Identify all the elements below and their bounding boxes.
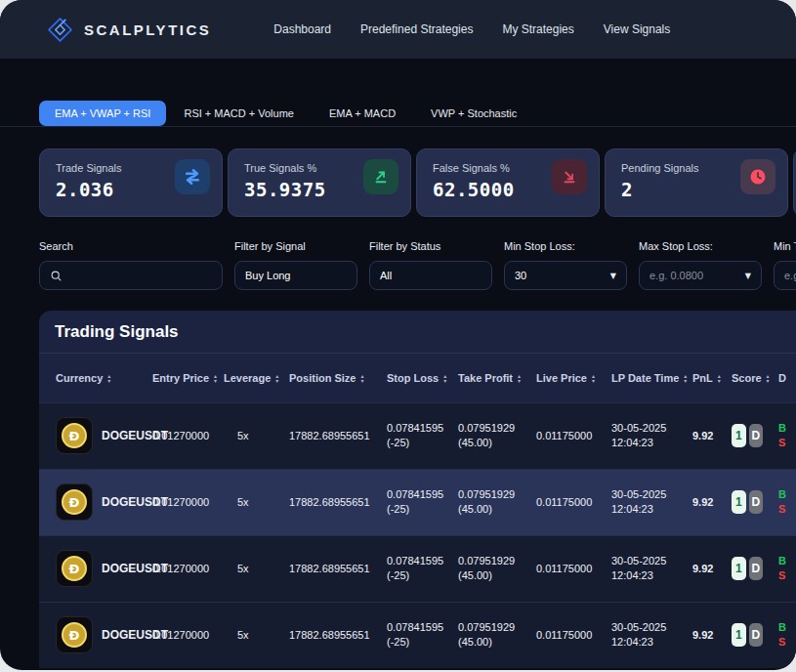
col-position-size[interactable]: Position Size▴▾: [281, 354, 379, 402]
table-row[interactable]: ĐDOGEUSDT 0.01270000 5x 17882.68955651 0…: [39, 535, 796, 602]
stat-card-true-signals: True Signals % 35.9375: [228, 148, 411, 217]
table-row[interactable]: ĐDOGEUSDT 0.01270000 5x 17882.68955651 0…: [39, 402, 796, 469]
signal-details: BS: [771, 469, 796, 535]
col-currency[interactable]: Currency▴▾: [39, 354, 145, 402]
filter-label: Min Stop Loss:: [504, 240, 627, 252]
filter-search: Search: [39, 240, 223, 290]
top-nav: SCALPLYTICS Dashboard Predefined Strateg…: [0, 0, 796, 59]
col-entry-price[interactable]: Entry Price▴▾: [145, 354, 216, 402]
nav-item-dashboard[interactable]: Dashboard: [273, 22, 331, 36]
nav-item-view-signals[interactable]: View Signals: [604, 22, 670, 36]
chevron-down-icon: ▼: [610, 272, 616, 280]
live-price: 0.01175000: [528, 469, 604, 535]
panel-title: Trading Signals: [39, 311, 796, 354]
table-header-row: Currency▴▾ Entry Price▴▾ Leverage▴▾ Posi…: [39, 354, 796, 402]
search-input[interactable]: [70, 270, 212, 281]
sort-icon: ▴▾: [767, 374, 770, 383]
take-profit: 0.07951929(45.00): [450, 469, 528, 535]
table-row[interactable]: ĐDOGEUSDT 0.01270000 5x 17882.68955651 0…: [39, 469, 796, 535]
col-lp-date-time[interactable]: LP Date Time▴▾: [604, 354, 685, 402]
nav-item-my-strategies[interactable]: My Strategies: [502, 22, 573, 36]
lp-date-time: 30-05-202512:04:23: [604, 402, 685, 469]
score-badge[interactable]: 1: [732, 424, 746, 447]
score: 1D: [724, 602, 771, 668]
filter-label: Filter by Status: [369, 240, 492, 252]
trading-signals-panel: Trading Signals Currency▴▾ Entry Price▴▾…: [39, 311, 796, 668]
col-pnl[interactable]: PnL▴▾: [685, 354, 724, 402]
sort-icon: ▴▾: [518, 374, 521, 383]
leverage: 5x: [216, 402, 281, 469]
col-score[interactable]: Score▴▾: [724, 354, 771, 402]
filter-label: Max Stop Loss:: [639, 240, 762, 252]
score-badge[interactable]: 1: [732, 490, 746, 514]
nav-item-predefined-strategies[interactable]: Predefined Strategies: [360, 22, 473, 36]
col-details[interactable]: D: [771, 354, 796, 402]
dogecoin-icon: Đ: [56, 417, 93, 454]
details-button[interactable]: D: [749, 490, 764, 514]
score: 1D: [724, 535, 771, 602]
signal-details: BS: [771, 402, 796, 469]
details-button[interactable]: D: [749, 623, 764, 647]
score-badge[interactable]: 1: [732, 557, 746, 580]
nav-links: Dashboard Predefined Strategies My Strat…: [273, 22, 670, 36]
app-window: SCALPLYTICS Dashboard Predefined Strateg…: [0, 0, 796, 670]
stop-loss: 0.07841595(-25): [379, 402, 450, 469]
filters-row: Search Filter by Signal Buy Long Filter …: [0, 240, 796, 290]
min-take-profit-placeholder: e.g.: [784, 270, 796, 281]
sort-icon: ▴▾: [360, 374, 363, 383]
logo-text: SCALPLYTICS: [84, 21, 211, 38]
leverage: 5x: [216, 469, 281, 535]
tab-rsi-macd-volume[interactable]: RSI + MACD + Volume: [166, 101, 312, 126]
stat-card-false-signals: False Signals % 62.5000: [416, 148, 600, 217]
tab-ema-vwap-rsi[interactable]: EMA + VWAP + RSI: [39, 101, 166, 126]
signal-select[interactable]: Buy Long: [234, 261, 357, 290]
position-size: 17882.68955651: [281, 535, 379, 602]
max-stop-loss-placeholder: e.g. 0.0800: [649, 270, 703, 281]
search-box[interactable]: [39, 261, 223, 290]
position-size: 17882.68955651: [281, 402, 379, 469]
col-live-price[interactable]: Live Price▴▾: [528, 354, 604, 402]
stop-loss: 0.07841595(-25): [379, 469, 450, 535]
filter-status: Filter by Status All: [369, 240, 492, 290]
take-profit: 0.07951929(45.00): [450, 535, 528, 602]
swap-arrows-icon: [175, 159, 210, 194]
entry-price: 0.01270000: [145, 402, 216, 469]
position-size: 17882.68955651: [281, 602, 379, 668]
sort-icon: ▴▾: [214, 374, 217, 383]
details-button[interactable]: D: [749, 557, 764, 580]
stat-card-trade-signals: Trade Signals 2.036: [39, 148, 223, 217]
status-select[interactable]: All: [369, 261, 492, 290]
clock-icon: [740, 159, 775, 194]
tab-ema-macd[interactable]: EMA + MACD: [312, 101, 413, 126]
leverage: 5x: [216, 535, 281, 602]
stop-loss: 0.07841595(-25): [379, 535, 450, 602]
take-profit: 0.07951929(45.00): [450, 602, 528, 668]
stop-loss: 0.07841595(-25): [379, 602, 450, 668]
sort-icon: ▴▾: [592, 374, 595, 383]
tab-vwp-stochastic[interactable]: VWP + Stochastic: [413, 101, 534, 126]
filter-label: Filter by Signal: [234, 240, 357, 252]
col-take-profit[interactable]: Take Profit▴▾: [450, 354, 528, 402]
max-stop-loss-select[interactable]: e.g. 0.0800 ▼: [639, 261, 762, 290]
entry-price: 0.01270000: [145, 535, 216, 602]
position-size: 17882.68955651: [281, 469, 379, 535]
min-stop-loss-select[interactable]: 30 ▼: [504, 261, 627, 290]
signal-details: BS: [771, 535, 796, 602]
signal-details: BS: [771, 602, 796, 668]
col-leverage[interactable]: Leverage▴▾: [216, 354, 281, 402]
min-take-profit-input[interactable]: e.g.: [774, 261, 796, 290]
col-stop-loss[interactable]: Stop Loss▴▾: [379, 354, 450, 402]
score-badge[interactable]: 1: [732, 623, 746, 647]
sort-icon: ▴▾: [718, 374, 721, 383]
sort-icon: ▴▾: [107, 374, 110, 383]
filter-signal: Filter by Signal Buy Long: [234, 240, 357, 290]
dogecoin-icon: Đ: [56, 483, 93, 521]
logo[interactable]: SCALPLYTICS: [47, 17, 211, 43]
filter-min-take-profit: Min Te e.g.: [774, 240, 796, 290]
details-button[interactable]: D: [749, 424, 764, 447]
dogecoin-icon: Đ: [56, 616, 93, 653]
lp-date-time: 30-05-202512:04:23: [604, 602, 685, 668]
score: 1D: [724, 402, 771, 469]
table-row[interactable]: ĐDOGEUSDT 0.01270000 5x 17882.68955651 0…: [39, 602, 796, 668]
live-price: 0.01175000: [528, 402, 604, 469]
